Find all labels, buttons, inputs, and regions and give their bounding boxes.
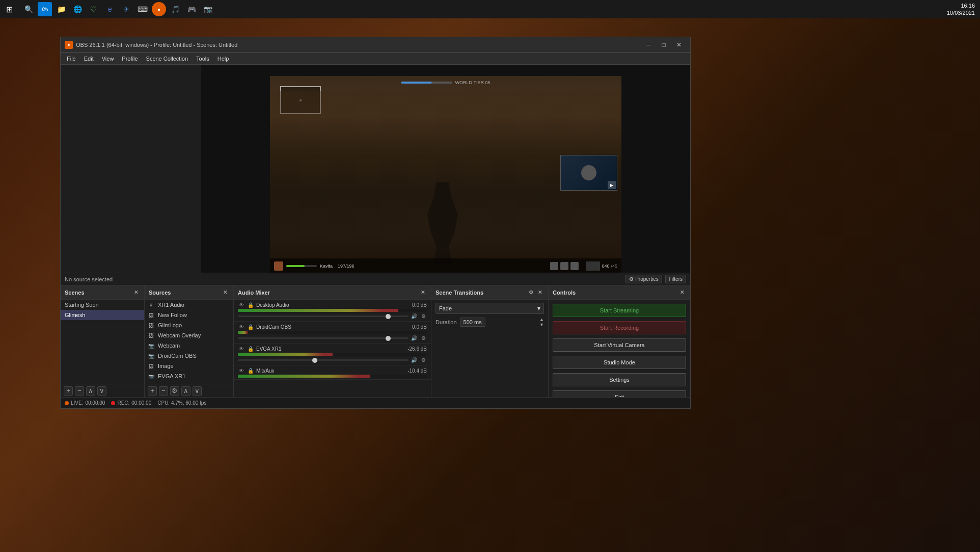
sources-remove-btn[interactable]: −: [159, 386, 168, 396]
desktop-audio-slider[interactable]: [238, 316, 409, 317]
source-item-newfollow[interactable]: 🖼 New Follow: [145, 310, 233, 320]
status-bar: LIVE: 00:00:00 REC: 00:00:00 CPU: 4.7%, …: [61, 397, 690, 408]
main-area: WORLD TIER 05 ▶: [61, 65, 690, 285]
evga-audio-slider[interactable]: [238, 359, 409, 361]
duration-down-btn[interactable]: ▼: [539, 322, 544, 327]
audio-track-droidcam: 👁 🔒 DroidCam OBS 0.0 dB 🔊: [234, 322, 431, 344]
start-recording-button[interactable]: Start Recording: [553, 321, 686, 334]
properties-button[interactable]: ⚙ Properties: [625, 275, 662, 283]
desktop-audio-mute[interactable]: 🔊: [411, 312, 418, 320]
taskbar-search[interactable]: 🔍: [21, 2, 36, 16]
desktop-audio-settings[interactable]: ⚙: [420, 312, 427, 320]
evga-audio-mute[interactable]: 🔊: [411, 356, 418, 363]
mic-audio-lock[interactable]: 🔒: [247, 367, 254, 374]
droidcam-audio-mute[interactable]: 🔊: [411, 334, 418, 341]
scenes-move-down-btn[interactable]: ∨: [97, 386, 106, 396]
sources-move-down-btn[interactable]: ∨: [193, 386, 202, 396]
maximize-button[interactable]: □: [657, 40, 671, 50]
evga-audio-lock[interactable]: 🔒: [247, 345, 254, 352]
menu-view[interactable]: View: [98, 55, 118, 63]
source-item-webcam[interactable]: 📷 Webcam: [145, 340, 233, 351]
evga-audio-settings[interactable]: ⚙: [420, 356, 427, 363]
taskbar-defender[interactable]: 🛡: [87, 2, 101, 16]
duration-up-btn[interactable]: ▲: [539, 317, 544, 322]
start-button[interactable]: ⊞: [0, 0, 18, 18]
taskbar-store[interactable]: 🛍: [38, 2, 52, 16]
start-virtual-camera-button[interactable]: Start Virtual Camera: [553, 338, 686, 352]
taskbar-explorer[interactable]: 📁: [54, 2, 68, 16]
source-item-image[interactable]: 🖼 Image: [145, 361, 233, 371]
scenes-panel-actions: ✕: [132, 288, 140, 297]
audio-mixer-panel: Audio Mixer ✕ 👁 🔒 Desktop Audio 0.0 dB: [234, 285, 431, 397]
menu-profile[interactable]: Profile: [118, 55, 142, 63]
source-item-glimlogo[interactable]: 🖼 GlimLogo: [145, 320, 233, 330]
mic-audio-eye[interactable]: 👁: [238, 367, 245, 374]
source-item-xr1audio[interactable]: 🎙 XR1 Audio: [145, 300, 233, 310]
desktop-audio-eye[interactable]: 👁: [238, 301, 245, 308]
evga-audio-eye[interactable]: 👁: [238, 345, 245, 352]
audio-mixer-actions: ✕: [419, 288, 427, 297]
source-item-evga[interactable]: 📷 EVGA XR1: [145, 371, 233, 381]
taskbar-vlc[interactable]: 🎵: [168, 2, 182, 16]
taskbar-app1[interactable]: 🎮: [184, 2, 199, 16]
cpu-label: CPU: 4.7%, 60.00 fps: [157, 400, 206, 406]
sources-settings-btn[interactable]: ⚙: [170, 386, 179, 396]
webcam-overlay: ▶: [560, 155, 617, 191]
taskbar-cmd[interactable]: ⌨: [135, 2, 150, 16]
scene-transitions-header: Scene Transitions ⚙ ✕: [431, 285, 548, 300]
audio-track-mic: 👁 🔒 Mic/Aux -10.4 dB: [234, 365, 431, 380]
no-source-label: No source selected: [65, 276, 113, 282]
scene-item-glimesh[interactable]: Glimesh: [61, 310, 144, 320]
rec-time: 00:00:00: [131, 400, 151, 406]
taskbar-edge[interactable]: e: [103, 2, 117, 16]
source-name: Webcam: [158, 343, 180, 349]
menu-tools[interactable]: Tools: [192, 55, 213, 63]
transitions-close-btn[interactable]: ✕: [536, 288, 544, 297]
minimize-button[interactable]: ─: [641, 40, 656, 50]
sources-add-btn[interactable]: +: [148, 386, 157, 396]
source-icon-image2: 🖼: [148, 322, 155, 329]
audio-mixer-action-btn[interactable]: ✕: [419, 288, 427, 297]
menu-edit[interactable]: Edit: [80, 55, 98, 63]
droidcam-audio-settings[interactable]: ⚙: [420, 334, 427, 341]
menu-file[interactable]: File: [63, 55, 80, 63]
taskbar-app2[interactable]: 📷: [201, 2, 215, 16]
studio-mode-button[interactable]: Studio Mode: [553, 356, 686, 369]
transition-type-dropdown[interactable]: Fade ▾: [435, 303, 544, 314]
sources-panel-action-btn[interactable]: ✕: [221, 288, 229, 297]
sources-move-up-btn[interactable]: ∧: [181, 386, 190, 396]
close-button[interactable]: ✕: [672, 40, 686, 50]
start-streaming-button[interactable]: Start Streaming: [553, 304, 686, 317]
exit-button[interactable]: Exit: [553, 390, 686, 397]
menu-help[interactable]: Help: [213, 55, 233, 63]
droidcam-audio-slider[interactable]: [238, 337, 409, 339]
droidcam-audio-lock[interactable]: 🔒: [247, 323, 254, 330]
audio-track-header-mic: 👁 🔒 Mic/Aux -10.4 dB: [238, 367, 427, 374]
source-item-webcam-overlay[interactable]: 🖼 Webcam Overlay: [145, 330, 233, 340]
settings-button[interactable]: Settings: [553, 373, 686, 386]
taskbar-chrome[interactable]: 🌐: [70, 2, 85, 16]
filters-button[interactable]: Filters: [665, 275, 686, 283]
scenes-panel-action-btn[interactable]: ✕: [132, 288, 140, 297]
menu-bar: File Edit View Profile Scene Collection …: [61, 52, 690, 65]
menu-scene-collection[interactable]: Scene Collection: [142, 55, 193, 63]
mic-audio-meter-fill: [238, 375, 370, 378]
droidcam-audio-volume-row: 🔊 ⚙: [238, 334, 427, 341]
bottom-area: Scenes ✕ Starting Soon Glimesh + − ∧ ∨: [61, 285, 690, 397]
taskbar-obs[interactable]: ●: [152, 2, 166, 16]
scenes-move-up-btn[interactable]: ∧: [86, 386, 95, 396]
scene-item-starting-soon[interactable]: Starting Soon: [61, 300, 144, 310]
controls-close-btn[interactable]: ✕: [678, 288, 686, 297]
title-bar: ● OBS 26.1.1 (64-bit, windows) - Profile…: [61, 37, 690, 52]
source-item-droidcam[interactable]: 📷 DroidCam OBS: [145, 351, 233, 361]
transitions-settings-btn[interactable]: ⚙: [527, 288, 535, 297]
taskbar-telegram[interactable]: ✈: [119, 2, 133, 16]
audio-track-header-evga: 👁 🔒 EVGA XR1 -26.6 dB: [238, 345, 427, 352]
live-indicator: [65, 401, 69, 405]
scenes-add-btn[interactable]: +: [64, 386, 73, 396]
droidcam-audio-eye[interactable]: 👁: [238, 323, 245, 330]
scenes-remove-btn[interactable]: −: [75, 386, 84, 396]
duration-value[interactable]: 500 ms: [460, 318, 485, 327]
desktop-audio-lock[interactable]: 🔒: [247, 301, 254, 308]
evga-audio-meter: [238, 353, 427, 356]
